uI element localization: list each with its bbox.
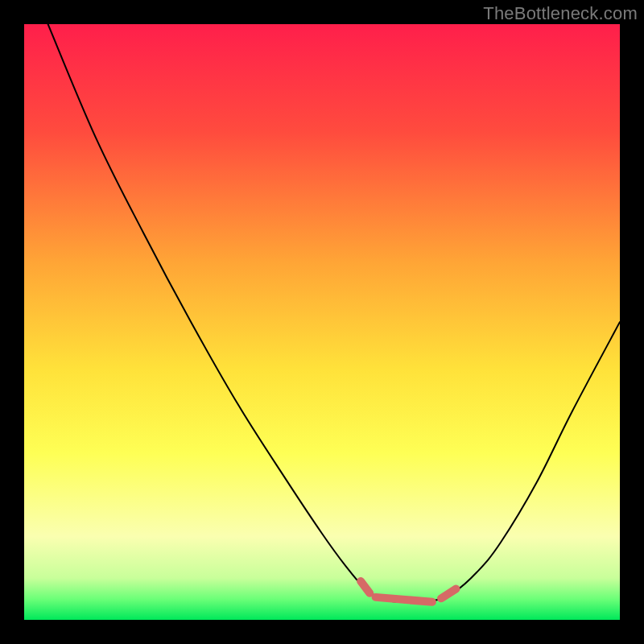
gradient-background — [24, 24, 620, 620]
chart-frame: TheBottleneck.com — [0, 0, 644, 644]
watermark-label: TheBottleneck.com — [483, 3, 638, 24]
series-min-highlight-seg1 — [376, 597, 432, 602]
plot-area — [24, 24, 620, 620]
chart-svg — [24, 24, 620, 620]
